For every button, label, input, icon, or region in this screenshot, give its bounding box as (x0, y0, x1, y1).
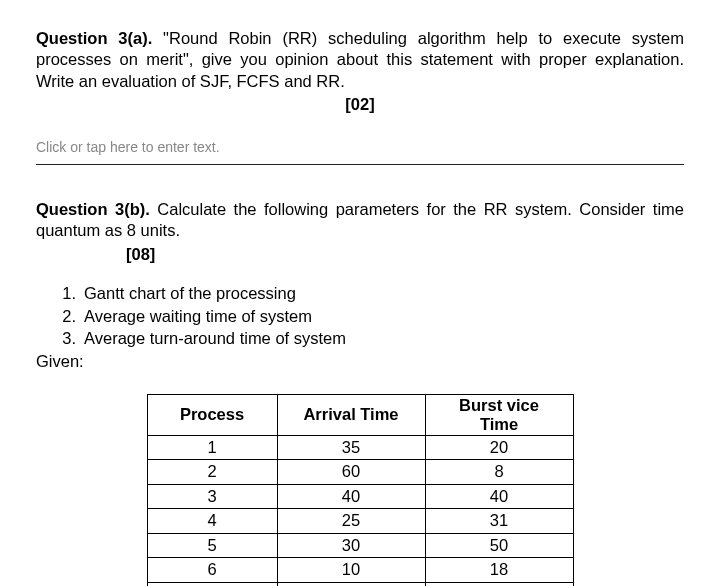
cell-process: 2 (147, 460, 277, 484)
list-item: 3.Average turn-around time of system (50, 328, 684, 349)
list-number: 3. (50, 328, 76, 349)
cell-burst: 8 (425, 460, 573, 484)
table-row: 53050 (147, 533, 573, 557)
cell-arrival: 35 (277, 435, 425, 459)
table-header-row: Process Arrival Time Burst vice Time (147, 395, 573, 436)
list-number: 1. (50, 283, 76, 304)
question-3a-label: Question 3(a). (36, 29, 152, 47)
process-table-wrap: Process Arrival Time Burst vice Time 135… (36, 394, 684, 586)
process-table: Process Arrival Time Burst vice Time 135… (147, 394, 574, 586)
question-3a-marks: [02] (36, 94, 684, 115)
cell-process: 1 (147, 435, 277, 459)
cell-process: 3 (147, 484, 277, 508)
cell-burst: 55 (425, 582, 573, 586)
cell-burst: 20 (425, 435, 573, 459)
cell-arrival: 58 (277, 582, 425, 586)
cell-arrival: 40 (277, 484, 425, 508)
answer-input-placeholder[interactable]: Click or tap here to enter text. (36, 138, 684, 156)
question-3b-header: Question 3(b). Calculate the following p… (36, 199, 684, 242)
cell-arrival: 25 (277, 509, 425, 533)
header-burst: Burst vice Time (425, 395, 573, 436)
list-number: 2. (50, 306, 76, 327)
cell-process: 4 (147, 509, 277, 533)
cell-arrival: 10 (277, 558, 425, 582)
question-3b-label: Question 3(b). (36, 200, 150, 218)
list-item-text: Gantt chart of the processing (84, 284, 296, 302)
given-label: Given: (36, 351, 684, 372)
list-item-text: Average waiting time of system (84, 307, 312, 325)
table-row: 42531 (147, 509, 573, 533)
question-3a-header: Question 3(a). "Round Robin (RR) schedul… (36, 28, 684, 92)
cell-process: 7 (147, 582, 277, 586)
list-item-text: Average turn-around time of system (84, 329, 346, 347)
question-3b-marks: [08] (36, 244, 684, 265)
cell-process: 6 (147, 558, 277, 582)
cell-burst: 40 (425, 484, 573, 508)
cell-burst: 50 (425, 533, 573, 557)
header-burst-line1: Burst vice (432, 396, 567, 415)
header-process: Process (147, 395, 277, 436)
header-burst-line2: Time (432, 415, 567, 434)
requirements-list: 1.Gantt chart of the processing 2.Averag… (50, 283, 684, 349)
table-row: 75855 (147, 582, 573, 586)
table-row: 61018 (147, 558, 573, 582)
cell-burst: 31 (425, 509, 573, 533)
table-row: 2608 (147, 460, 573, 484)
cell-arrival: 30 (277, 533, 425, 557)
cell-process: 5 (147, 533, 277, 557)
cell-arrival: 60 (277, 460, 425, 484)
header-arrival: Arrival Time (277, 395, 425, 436)
section-divider (36, 164, 684, 165)
cell-burst: 18 (425, 558, 573, 582)
list-item: 1.Gantt chart of the processing (50, 283, 684, 304)
table-row: 34040 (147, 484, 573, 508)
table-row: 13520 (147, 435, 573, 459)
list-item: 2.Average waiting time of system (50, 306, 684, 327)
